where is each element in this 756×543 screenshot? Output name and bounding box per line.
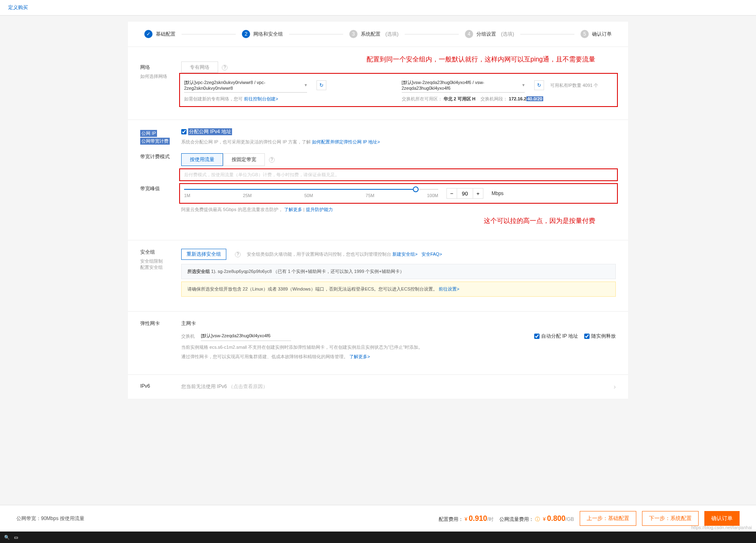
sg-warning: 请确保所选安全组开放包含 22（Linux）或者 3389（Windows）端口… [181, 282, 616, 297]
step-number: 2 [242, 30, 250, 38]
eni-primary-label: 主网卡 [181, 320, 616, 327]
security-label: 安全组 [140, 249, 181, 256]
vpc-dropdown[interactable]: [默认]vpc-2zeg2skn0ukvy0rviwwr8 / vpc-2zeg… [184, 78, 307, 93]
publicip-panel: 公网 IP 公网带宽计费 分配公网 IPv4 地址 系统会分配公网 IP，也可采… [128, 120, 628, 240]
caret-down-icon: ▾ [305, 82, 307, 88]
vswitch-dropdown[interactable]: [默认]vsw-2zeqda23hug0kl4yxo4f6 / vsw-2zeq… [402, 78, 525, 93]
ipv6-reason-link[interactable]: （点击查看原因） [228, 384, 268, 389]
reselect-sg-button[interactable]: 重新选择安全组 [181, 249, 226, 260]
bandwidth-unit: Mbps [492, 191, 503, 196]
step-number: 5 [581, 30, 589, 38]
help-icon[interactable]: ? [269, 157, 275, 163]
minus-button[interactable]: − [447, 189, 457, 198]
step-group[interactable]: 4 分组设置 (选填) [465, 30, 514, 38]
network-label: 网络 [140, 64, 181, 71]
help-icon[interactable]: ? [235, 252, 241, 257]
vswitch-info: 交换机所在可用区： 华北 2 可用区 H 交换机网段： 172.16.240.0… [402, 96, 613, 102]
selected-sg-box: 所选安全组 1). sg-2ze8up6yqp26p9fo6yc8 （已有 1 … [181, 264, 616, 279]
eni-learn-link[interactable]: 了解更多> [349, 354, 370, 359]
step-number: 4 [465, 30, 473, 38]
assign-ip-checkbox[interactable]: 分配公网 IPv4 地址 [181, 128, 232, 135]
sg-faq-link[interactable]: 安全FAQ> [421, 252, 442, 257]
step-basic[interactable]: 基础配置 [144, 30, 175, 38]
ipv6-label: IPv6 [140, 383, 181, 391]
eni-panel: 弹性网卡 主网卡 交换机 [默认]vsw-2zeqda23hug0kl4yxo4… [128, 312, 628, 374]
billing-fixed-button[interactable]: 按固定带宽 [223, 153, 265, 166]
auto-ip-checkbox[interactable]: 自动分配 IP 地址 [534, 333, 578, 340]
publicip-label: 公网 IP [140, 130, 157, 137]
vpc-type-button[interactable]: 专有网络 [181, 61, 218, 73]
bandwidth-stepper[interactable]: − + [446, 188, 483, 199]
chevron-right-icon: › [614, 383, 616, 391]
wizard-steps: 基础配置 2 网络和安全组 3 系统配置 (选填) 4 分组设置 (选填) 5 … [128, 22, 628, 46]
bandwidth-slider[interactable]: 1M 25M 50M 75M 100M [184, 189, 438, 198]
create-vpc-link[interactable]: 前往控制台创建> [244, 96, 278, 101]
step-network[interactable]: 2 网络和安全组 [242, 30, 283, 38]
billing-traffic-button[interactable]: 按使用流量 [181, 153, 223, 166]
bandwidth-label: 带宽峰值 [140, 185, 181, 225]
eni-switch-dropdown[interactable]: [默认]vsw-2zeqda23hug0kl4yxo4f6 [201, 331, 291, 341]
slider-handle[interactable] [413, 186, 419, 192]
refresh-icon[interactable]: ↻ [534, 80, 544, 90]
help-icon[interactable]: ? [222, 65, 228, 70]
highlight-box: [默认]vpc-2zeg2skn0ukvy0rviwwr8 / vpc-2zeg… [179, 73, 618, 107]
eni-label: 弹性网卡 [140, 320, 181, 360]
ip-count: 可用私有IP数量 4091 个 [550, 82, 599, 89]
eip-config-link[interactable]: 如何配置并绑定弹性公网 IP 地址> [312, 139, 380, 144]
security-sub1: 安全组限制 [140, 258, 181, 264]
top-link[interactable]: 定义购买 [0, 0, 756, 16]
step-confirm[interactable]: 5 确认订单 [581, 30, 612, 38]
caret-down-icon: ▾ [522, 82, 525, 88]
network-help-link[interactable]: 如何选择网络 [140, 73, 181, 80]
billing-label: 公网带宽计费 [140, 138, 170, 145]
step-system[interactable]: 3 系统配置 (选填) [349, 30, 398, 38]
ipv6-panel[interactable]: IPv6 您当前无法使用 IPv6 （点击查看原因） › [128, 375, 628, 399]
step-number: 3 [349, 30, 358, 38]
security-sub2: 配置安全组 [140, 264, 181, 270]
annotation-text: 这个可以拉的高一点，因为是按量付费 [181, 217, 616, 225]
network-panel: 配置到同一个安全组内，一般默认就行，这样内网可以互ping通，且不需要流量 网络… [128, 47, 628, 119]
ddos-upgrade-link[interactable]: 提升防护能力 [306, 207, 333, 212]
release-with-instance-checkbox[interactable]: 随实例释放 [584, 333, 616, 340]
vpc-help: 如需创建新的专有网络，您可 前往控制台创建> [184, 96, 396, 102]
billing-mode-label: 带宽计费模式 [140, 153, 181, 179]
create-sg-link[interactable]: 新建安全组> [392, 252, 417, 257]
check-icon [144, 30, 153, 38]
security-panel: 安全组 安全组限制 配置安全组 重新选择安全组 ? 安全组类似防火墙功能，用于设… [128, 241, 628, 311]
selected-text: 40.0/20 [526, 96, 543, 101]
sg-settings-link[interactable]: 前往设置> [439, 286, 459, 291]
billing-desc: 后付费模式，按使用流量（单位为GB）计费，每小时扣费，请保证余额充足。 [184, 172, 613, 178]
plus-button[interactable]: + [473, 189, 483, 198]
bandwidth-input[interactable] [457, 189, 473, 198]
switch-label: 交换机 [181, 333, 195, 339]
ddos-learn-link[interactable]: 了解更多 [284, 207, 302, 212]
refresh-icon[interactable]: ↻ [317, 80, 326, 90]
